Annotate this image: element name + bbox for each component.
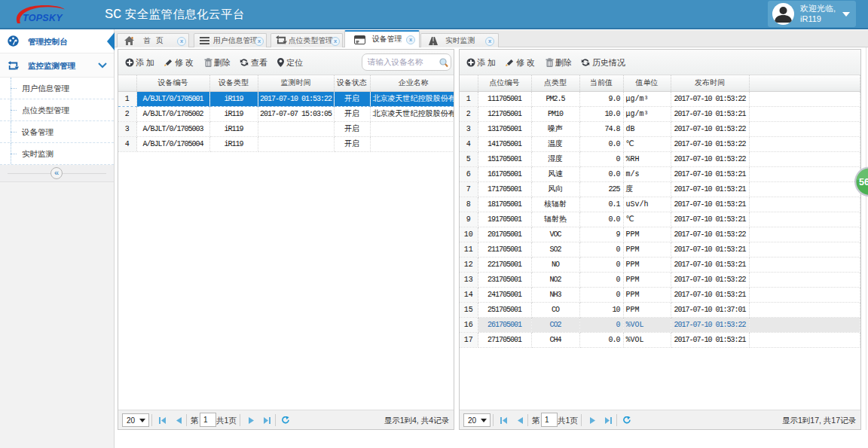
svg-text:56: 56 xyxy=(859,177,868,187)
svg-text:TOPSKY: TOPSKY xyxy=(23,13,63,23)
